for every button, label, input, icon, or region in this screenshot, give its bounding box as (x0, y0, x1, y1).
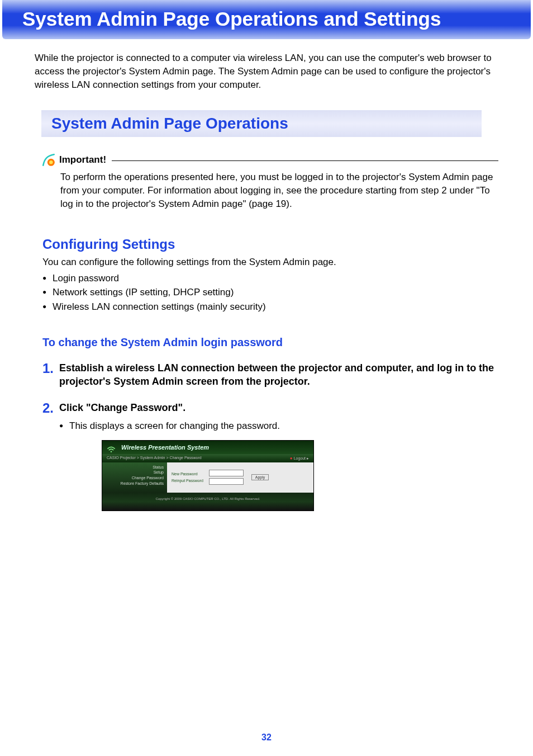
svg-point-2 (111, 451, 112, 452)
wireless-logo-icon (106, 442, 117, 453)
screenshot-header: Wireless Presentation System (102, 441, 313, 454)
step-text: Click "Change Password". (59, 401, 185, 414)
sidebar-item-change-password[interactable]: Change Password (102, 475, 164, 481)
intro-paragraph: While the projector is connected to a co… (35, 51, 498, 91)
important-body: To perform the operations presented here… (60, 171, 498, 210)
configuring-bullets: Login password Network settings (IP sett… (42, 271, 498, 314)
configuring-lead: You can configure the following settings… (42, 256, 498, 269)
procedure-heading: To change the System Admin login passwor… (42, 336, 533, 349)
logout-dot-icon: ● (290, 456, 293, 461)
new-password-label: New Password (172, 471, 203, 477)
reinput-password-label: Reinput Password (172, 478, 203, 484)
screenshot-body: Status Setup Change Password Restore Fac… (102, 462, 313, 493)
change-password-screenshot: Wireless Presentation System CASIO Proje… (102, 440, 314, 511)
step-number: 2. (42, 401, 59, 415)
page-title-banner: System Admin Page Operations and Setting… (2, 0, 531, 39)
page-number: 32 (0, 733, 533, 743)
important-callout: Important! To perform the operations pre… (41, 153, 498, 210)
new-password-input[interactable] (209, 470, 244, 476)
screenshot-main: New Password Reinput Password Apply (167, 462, 313, 493)
step-sub-list: This displays a screen for changing the … (59, 419, 498, 433)
bullet-item: Network settings (IP setting, DHCP setti… (42, 285, 498, 300)
bullet-item: Login password (42, 271, 498, 286)
screenshot-breadcrumb-bar: CASIO Projector > System Admin > Change … (102, 454, 313, 462)
screenshot-form-labels: New Password Reinput Password (172, 471, 203, 483)
logout-link[interactable]: ● Logout ▸ (290, 456, 309, 461)
step-1: 1. Establish a wireless LAN connection b… (42, 361, 498, 389)
reinput-password-input[interactable] (209, 478, 244, 485)
sidebar-item-setup[interactable]: Setup (102, 470, 164, 475)
step-text: Establish a wireless LAN connection betw… (59, 361, 498, 389)
screenshot-footer: Copyright © 2009 CASIO COMPUTER CO., LTD… (102, 493, 313, 511)
section-heading: System Admin Page Operations (41, 110, 482, 137)
important-icon (41, 153, 56, 167)
screenshot-sidebar: Status Setup Change Password Restore Fac… (102, 462, 167, 493)
bullet-item: Wireless LAN connection settings (mainly… (42, 300, 498, 314)
logout-label: Logout (294, 456, 306, 460)
screenshot-breadcrumb: CASIO Projector > System Admin > Change … (107, 456, 202, 461)
configuring-heading: Configuring Settings (42, 237, 533, 252)
svg-point-1 (49, 160, 53, 164)
step-2: 2. Click "Change Password". This display… (42, 401, 498, 511)
screenshot-header-title: Wireless Presentation System (121, 444, 209, 451)
sidebar-item-status[interactable]: Status (102, 465, 164, 470)
important-divider (112, 160, 498, 161)
screenshot-inputs (209, 470, 244, 485)
page-title: System Admin Page Operations and Setting… (22, 8, 441, 30)
step-sub-item: This displays a screen for changing the … (59, 419, 498, 433)
important-header: Important! (41, 153, 498, 167)
important-title: Important! (59, 154, 106, 166)
section-title: System Admin Page Operations (51, 115, 288, 132)
sidebar-item-restore-defaults[interactable]: Restore Factory Defaults (102, 481, 164, 486)
step-number: 1. (42, 361, 59, 376)
apply-button[interactable]: Apply (251, 474, 269, 480)
